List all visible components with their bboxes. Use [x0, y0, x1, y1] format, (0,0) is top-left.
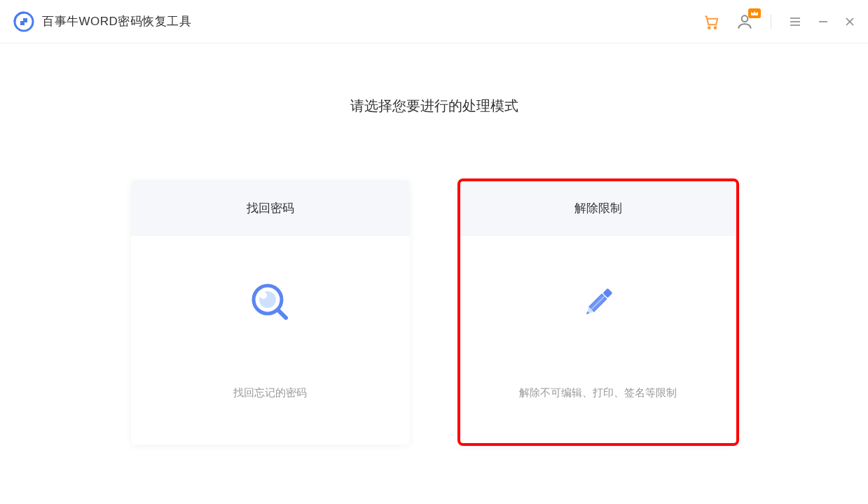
svg-point-6: [742, 15, 748, 22]
minimize-icon[interactable]: [818, 16, 829, 27]
card-body: 解除不可编辑、打印、签名等限制: [459, 236, 738, 444]
titlebar-left: 百事牛WORD密码恢复工具: [13, 10, 191, 33]
user-vip-badge-icon: [748, 8, 761, 18]
pencil-icon: [576, 281, 621, 323]
svg-line-16: [279, 311, 286, 318]
titlebar-right: [702, 13, 855, 31]
card-header: 找回密码: [131, 180, 410, 236]
mode-prompt: 请选择您要进行的处理模式: [350, 97, 518, 115]
card-body: 找回忘记的密码: [131, 236, 410, 444]
svg-point-5: [715, 27, 717, 29]
svg-rect-2: [20, 18, 23, 21]
magnifier-icon: [248, 281, 293, 323]
card-remove-restriction[interactable]: 解除限制 解除不可编辑、打印、签名等限制: [459, 180, 738, 444]
menu-icon[interactable]: [788, 15, 802, 29]
svg-point-15: [260, 292, 267, 299]
svg-point-4: [708, 27, 710, 29]
cart-icon[interactable]: [702, 13, 720, 31]
card-desc: 找回忘记的密码: [233, 386, 307, 400]
card-title: 解除限制: [574, 200, 622, 216]
titlebar-separator: [771, 15, 771, 29]
close-icon[interactable]: [844, 16, 855, 27]
mode-cards: 找回密码 找回忘记的密码 解除限制: [131, 180, 738, 444]
user-icon[interactable]: [736, 13, 754, 31]
titlebar: 百事牛WORD密码恢复工具: [0, 0, 868, 43]
svg-rect-3: [25, 22, 27, 25]
card-recover-password[interactable]: 找回密码 找回忘记的密码: [131, 180, 410, 444]
app-logo-icon: [13, 10, 35, 33]
card-header: 解除限制: [459, 180, 738, 236]
app-title: 百事牛WORD密码恢复工具: [42, 13, 191, 29]
card-title: 找回密码: [247, 200, 294, 216]
card-desc: 解除不可编辑、打印、签名等限制: [519, 386, 677, 400]
main-content: 请选择您要进行的处理模式 找回密码 找回忘记的密码 解除: [0, 43, 868, 444]
